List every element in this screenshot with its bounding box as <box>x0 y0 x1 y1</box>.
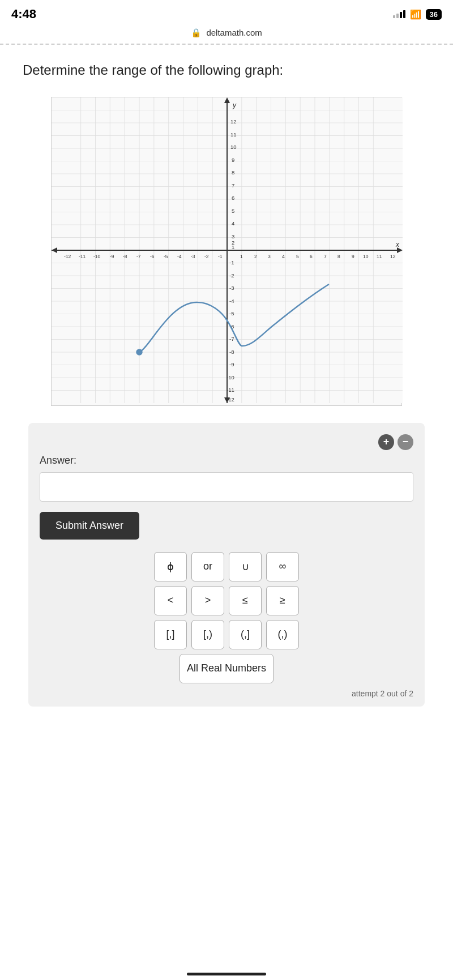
svg-text:x: x <box>395 241 400 249</box>
keyboard-row-2: < > ≤ ≥ <box>154 586 299 615</box>
lock-icon: 🔒 <box>191 28 202 37</box>
svg-text:-9: -9 <box>110 254 114 259</box>
status-right-icons: 📶 36 <box>393 9 442 20</box>
svg-point-99 <box>136 349 142 355</box>
answer-controls: + − <box>40 434 413 450</box>
svg-text:3: 3 <box>232 233 234 239</box>
svg-text:2: 2 <box>254 254 257 259</box>
lte-key[interactable]: ≤ <box>229 586 262 615</box>
submit-button[interactable]: Submit Answer <box>40 512 139 540</box>
bracket-closed-key[interactable]: [,] <box>154 620 187 649</box>
svg-text:-11: -11 <box>79 254 86 259</box>
svg-text:4: 4 <box>232 220 234 226</box>
wifi-icon: 📶 <box>410 9 421 20</box>
infinity-key[interactable]: ∞ <box>266 552 299 581</box>
question-text: Determine the range of the following gra… <box>23 61 430 80</box>
svg-text:-2: -2 <box>229 272 234 278</box>
svg-text:-8: -8 <box>123 254 127 259</box>
svg-text:12: 12 <box>390 254 396 259</box>
keyboard-row-1: ϕ or ∪ ∞ <box>154 552 299 581</box>
status-bar: 4:48 📶 36 <box>0 0 453 25</box>
greater-than-key[interactable]: > <box>191 586 224 615</box>
svg-text:9: 9 <box>232 156 234 162</box>
svg-text:12: 12 <box>230 118 237 125</box>
svg-text:-4: -4 <box>229 297 234 303</box>
svg-text:y: y <box>232 101 237 109</box>
bottom-home-bar <box>187 973 266 975</box>
keyboard-row-4: All Real Numbers <box>180 654 273 683</box>
browser-bar: 🔒 deltamath.com <box>0 25 453 45</box>
status-time: 4:48 <box>11 7 36 22</box>
svg-text:7: 7 <box>324 254 327 259</box>
answer-input[interactable] <box>40 472 413 502</box>
less-than-key[interactable]: < <box>154 586 187 615</box>
zoom-out-button[interactable]: − <box>398 434 413 450</box>
svg-text:6: 6 <box>310 254 313 259</box>
svg-text:1: 1 <box>240 254 243 259</box>
svg-text:4: 4 <box>282 254 285 259</box>
svg-text:10: 10 <box>363 254 369 259</box>
or-key[interactable]: or <box>191 552 224 581</box>
svg-text:-7: -7 <box>229 336 234 342</box>
signal-icon <box>393 10 405 18</box>
all-real-numbers-key[interactable]: All Real Numbers <box>180 654 273 683</box>
phi-key[interactable]: ϕ <box>154 552 187 581</box>
svg-text:6: 6 <box>232 195 234 201</box>
graph-svg: 12 11 10 9 8 7 6 5 4 3 2 1 -1 -2 -3 -4 -… <box>51 97 402 406</box>
svg-text:-10: -10 <box>93 254 101 259</box>
svg-text:1: 1 <box>232 244 234 250</box>
answer-section: + − Answer: Submit Answer ϕ or ∪ ∞ < > ≤… <box>28 423 425 707</box>
svg-text:-10: -10 <box>226 374 234 380</box>
svg-text:5: 5 <box>232 207 234 213</box>
paren-half-closed-key[interactable]: (,] <box>229 620 262 649</box>
battery-indicator: 36 <box>426 9 442 20</box>
keyboard-row-3: [,] [,) (,] (,) <box>154 620 299 649</box>
svg-text:11: 11 <box>377 254 382 259</box>
svg-text:-12: -12 <box>64 254 71 259</box>
svg-text:-2: -2 <box>204 254 209 259</box>
svg-text:-4: -4 <box>177 254 182 259</box>
svg-text:-8: -8 <box>229 348 234 354</box>
svg-text:-3: -3 <box>191 254 195 259</box>
svg-text:-6: -6 <box>150 254 155 259</box>
bracket-half-open-key[interactable]: [,) <box>191 620 224 649</box>
url-text: deltamath.com <box>206 28 262 37</box>
svg-text:11: 11 <box>230 131 237 137</box>
svg-text:7: 7 <box>232 182 234 188</box>
math-keyboard: ϕ or ∪ ∞ < > ≤ ≥ [,] [,) (,] (,) All Rea… <box>40 552 413 683</box>
svg-text:8: 8 <box>337 254 340 259</box>
svg-text:-9: -9 <box>229 361 234 367</box>
svg-text:3: 3 <box>268 254 271 259</box>
svg-text:10: 10 <box>230 144 237 150</box>
paren-open-key[interactable]: (,) <box>266 620 299 649</box>
main-content: Determine the range of the following gra… <box>0 45 453 718</box>
svg-text:-5: -5 <box>164 254 168 259</box>
svg-text:-1: -1 <box>229 259 234 266</box>
graph-container: 12 11 10 9 8 7 6 5 4 3 2 1 -1 -2 -3 -4 -… <box>51 97 402 406</box>
svg-text:5: 5 <box>296 254 299 259</box>
svg-text:-5: -5 <box>229 310 234 316</box>
svg-text:-7: -7 <box>136 254 141 259</box>
svg-text:8: 8 <box>232 169 234 176</box>
svg-text:-12: -12 <box>226 396 234 403</box>
svg-text:-1: -1 <box>218 254 223 259</box>
svg-text:-3: -3 <box>229 285 234 291</box>
gte-key[interactable]: ≥ <box>266 586 299 615</box>
zoom-in-button[interactable]: + <box>378 434 394 450</box>
union-key[interactable]: ∪ <box>229 552 262 581</box>
svg-text:-11: -11 <box>226 387 234 393</box>
answer-label: Answer: <box>40 455 413 467</box>
svg-text:9: 9 <box>352 254 354 259</box>
attempt-text: attempt 2 out of 2 <box>40 689 413 698</box>
